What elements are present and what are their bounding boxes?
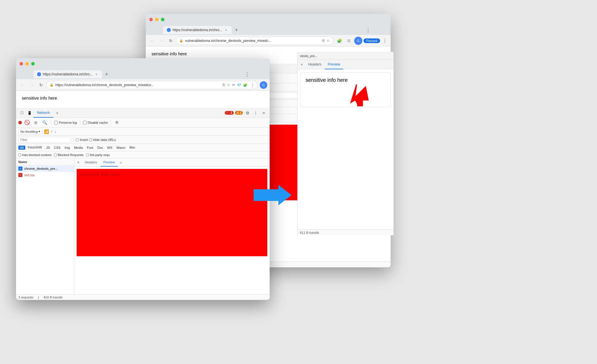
back-profile-icon[interactable]: G [354,37,362,45]
front-filter-type-manifest[interactable]: Man [128,146,137,149]
front-forward-btn[interactable]: → [28,81,36,89]
front-filter-type-img[interactable]: Img [63,146,72,150]
front-disable-cache-cb[interactable] [83,121,87,124]
front-dt-blocked-row: Has blocked cookies Blocked Requests 3rd… [16,151,270,158]
front-download-icon[interactable]: ↓ [55,129,57,134]
front-filter-type-css[interactable]: CSS [52,146,62,150]
rpp-content: sensitive info here [298,69,394,229]
right-preview-panel: vtools_pre... × Headers Preview sensitiv… [297,52,394,235]
front-filter-input[interactable] [18,137,71,143]
front-hide-data-urls-label[interactable]: Hide data URLs [89,138,116,142]
front-preserve-log-cb[interactable] [54,121,58,124]
back-window-menu[interactable]: ⋮ [363,27,373,33]
front-maximize-button[interactable] [31,62,35,66]
rpp-preview-box: sensitive info here [301,72,391,107]
front-tab-more[interactable]: » [118,158,124,167]
front-tab-headers[interactable]: Headers [82,158,100,167]
front-third-party-cb[interactable] [86,153,89,156]
front-blocked-requests-label[interactable]: Blocked Requests [54,153,84,157]
front-tab-preview[interactable]: Preview [101,158,118,167]
front-dt-settings-icon[interactable]: ⚙ [244,109,251,116]
back-address-bar[interactable]: 🔒 vulnerabledoma.in/chrome_devtools_prev… [176,37,333,45]
front-invert-label[interactable]: Invert [76,138,88,142]
front-disable-cache-label[interactable]: Disable cache [83,121,108,124]
rpp-preview-tab[interactable]: Preview [325,60,343,69]
front-lock-icon: 🔒 [50,83,54,87]
back-tab-bar: https://vulnerabledoma.in/chro... × + ⋮ [146,25,391,35]
front-filter-type-media[interactable]: Media [72,146,85,150]
front-filter-type-font[interactable]: Font [85,146,95,150]
rpp-tab-bar: × Headers Preview [298,60,394,69]
front-active-tab[interactable]: https://vulnerabledoma.in/chro... × [34,70,102,78]
back-btn[interactable]: ← [148,37,156,45]
front-blocked-cookies-cb[interactable] [18,153,21,156]
front-refresh-btn[interactable]: ↻ [37,81,45,89]
front-hide-data-urls-cb[interactable] [89,138,92,141]
front-file-row-1[interactable]: C red.css [16,172,74,178]
front-throttle-select[interactable]: No throttling ▾ [18,129,42,134]
front-wifi-icon[interactable]: 📶 [44,129,49,134]
front-dt-tab-bar: ☐ 📱 Network » 🚫 1 ⚠ 2 ⚙ ⋮ × [16,108,270,118]
front-filter-type-ws[interactable]: WS [106,146,114,150]
front-invert-cb[interactable] [76,138,79,141]
front-filter-type-fetch[interactable]: Fetch/XHR [26,146,44,149]
front-blocked-cookies-label[interactable]: Has blocked cookies [18,153,52,157]
front-dt-filter-row: Invert Hide data URLs [16,136,270,144]
back-tab-close[interactable]: × [224,28,228,32]
paused-button[interactable]: Paused [364,38,380,43]
front-blocked-requests-cb[interactable] [54,153,57,156]
front-requests-count: 2 requests [18,296,33,299]
back-active-tab[interactable]: https://vulnerabledoma.in/chro... × [163,26,232,34]
front-preserve-log-label[interactable]: Preserve log [54,121,77,124]
share-icon: ⎘ [322,38,325,43]
front-dt-filter-icon[interactable]: ⊘ [32,119,39,126]
front-third-party-label[interactable]: 3rd-party requ [86,153,110,157]
rpp-close-btn[interactable]: × [299,62,305,68]
front-dt-preview-area: × Headers Preview » sensitive info here [74,158,270,294]
front-window-menu[interactable]: ⋮ [242,71,252,77]
front-tab-favicon [37,72,41,76]
rpp-size-bar: 611 B transfe [298,229,394,235]
back-close-button[interactable] [149,18,153,21]
front-back-btn[interactable]: ← [18,81,27,89]
front-dt-more-icon[interactable]: ⋮ [252,109,259,116]
front-puzzle-icon: 🧩 [243,83,247,87]
front-dt-tab-network[interactable]: Network [34,108,53,118]
front-preview-close[interactable]: × [75,160,81,165]
front-dt-inspect-icon[interactable]: ☐ [18,109,25,116]
cast-icon[interactable]: ⊡ [345,37,353,45]
front-close-button[interactable] [20,62,23,66]
back-new-tab-button[interactable]: + [233,26,240,33]
front-dt-gear-icon[interactable]: ⚙ [114,120,120,126]
front-filter-type-wasm[interactable]: Wasm [115,146,127,150]
back-chrome-menu[interactable]: ⋮ [381,37,388,44]
front-dt-close-icon[interactable]: × [260,109,267,116]
extensions-icon[interactable]: 🧩 [336,37,344,45]
front-filter-type-doc[interactable]: Doc [96,146,105,150]
front-profile-avatar[interactable]: G [260,81,267,89]
front-filter-type-js[interactable]: JS [44,146,52,150]
front-gem-icon: 💎 [237,83,241,87]
front-dt-device-icon[interactable]: 📱 [26,109,33,116]
front-dt-stop-icon[interactable]: 🚫 [24,119,31,126]
front-minimize-button[interactable] [25,62,29,66]
front-file-row-0[interactable]: H chrome_devtools_pre... [16,165,74,172]
front-new-tab-button[interactable]: + [103,71,110,78]
front-dt-search-icon[interactable]: 🔍 [41,119,48,126]
front-upload-icon[interactable]: ↑ [51,129,53,134]
forward-btn[interactable]: → [157,37,166,45]
rpp-headers-tab[interactable]: Headers [305,60,324,69]
front-dt-tab-more[interactable]: » [54,110,61,116]
front-filter-type-all[interactable]: All [18,146,25,150]
back-url-text: vulnerabledoma.in/chrome_devtools_previe… [185,39,321,43]
front-address-bar[interactable]: 🔒 https://vulnerabledoma.in/chrome_devto… [46,81,257,89]
refresh-btn[interactable]: ↻ [167,37,175,45]
back-minimize-button[interactable] [155,18,159,21]
front-file-name-1: red.css [24,173,34,177]
front-dt-name-column: Name H chrome_devtools_pre... C red.css [16,158,74,294]
front-tab-close[interactable]: × [94,72,99,76]
back-maximize-button[interactable] [161,18,164,21]
front-dt-record-btn[interactable] [18,121,22,124]
front-devtools: ☐ 📱 Network » 🚫 1 ⚠ 2 ⚙ ⋮ × 🚫 ⊘ 🔍 Preser… [16,108,270,300]
front-preview-tabs: × Headers Preview » [74,158,270,167]
